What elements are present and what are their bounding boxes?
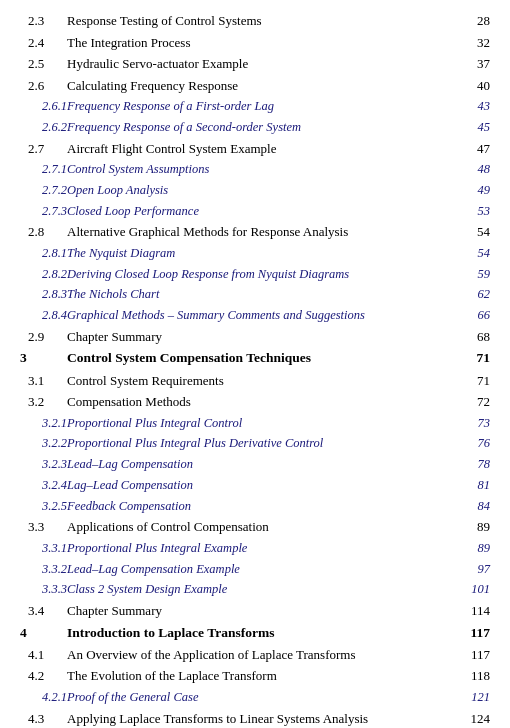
toc-row: 3.2Compensation Methods72 bbox=[20, 391, 490, 413]
toc-title: Frequency Response of a Second-order Sys… bbox=[67, 117, 454, 138]
toc-num: 2.6 bbox=[20, 75, 67, 97]
toc-page: 76 bbox=[454, 433, 490, 454]
toc-page: 124 bbox=[454, 708, 490, 729]
toc-page: 71 bbox=[454, 370, 490, 392]
toc-num: 2.8.2 bbox=[20, 264, 67, 285]
toc-page: 117 bbox=[454, 644, 490, 666]
toc-title: Deriving Closed Loop Response from Nyqui… bbox=[67, 264, 454, 285]
toc-page: 97 bbox=[454, 559, 490, 580]
toc-title: Control System Assumptions bbox=[67, 159, 454, 180]
toc-title: Applying Laplace Transforms to Linear Sy… bbox=[67, 708, 454, 729]
toc-title: Proportional Plus Integral Example bbox=[67, 538, 454, 559]
toc-title: Introduction to Laplace Transforms bbox=[67, 622, 454, 644]
toc-title: Proportional Plus Integral Plus Derivati… bbox=[67, 433, 454, 454]
toc-num: 2.7.3 bbox=[20, 201, 67, 222]
toc-title: Open Loop Analysis bbox=[67, 180, 454, 201]
toc-row: 3.2.4Lag–Lead Compensation81 bbox=[20, 475, 490, 496]
toc-num: 2.8 bbox=[20, 221, 67, 243]
toc-row: 3.3.1Proportional Plus Integral Example8… bbox=[20, 538, 490, 559]
toc-title: Lead–Lag Compensation bbox=[67, 454, 454, 475]
toc-row: 3.4Chapter Summary114 bbox=[20, 600, 490, 622]
toc-page: 37 bbox=[454, 53, 490, 75]
toc-row: 4.2.1Proof of the General Case121 bbox=[20, 687, 490, 708]
toc-page: 78 bbox=[454, 454, 490, 475]
toc-title: Lead–Lag Compensation Example bbox=[67, 559, 454, 580]
toc-page: 117 bbox=[454, 622, 490, 644]
toc-row: 2.6.2Frequency Response of a Second-orde… bbox=[20, 117, 490, 138]
toc-page: 48 bbox=[454, 159, 490, 180]
toc-title: Closed Loop Performance bbox=[67, 201, 454, 222]
toc-title: The Nichols Chart bbox=[67, 284, 454, 305]
toc-row: 2.7.1Control System Assumptions48 bbox=[20, 159, 490, 180]
toc-row: 2.6.1Frequency Response of a First-order… bbox=[20, 96, 490, 117]
toc-num: 3.3.2 bbox=[20, 559, 67, 580]
toc-row: 3.2.5Feedback Compensation84 bbox=[20, 496, 490, 517]
toc-row: 3.2.1Proportional Plus Integral Control7… bbox=[20, 413, 490, 434]
toc-num: 4 bbox=[20, 622, 67, 644]
toc-page: 118 bbox=[454, 665, 490, 687]
toc-row: 2.7.2Open Loop Analysis49 bbox=[20, 180, 490, 201]
toc-page: 62 bbox=[454, 284, 490, 305]
toc-page: 49 bbox=[454, 180, 490, 201]
toc-row: 2.8Alternative Graphical Methods for Res… bbox=[20, 221, 490, 243]
toc-row: 4.3Applying Laplace Transforms to Linear… bbox=[20, 708, 490, 729]
toc-page: 59 bbox=[454, 264, 490, 285]
toc-row: 4.1An Overview of the Application of Lap… bbox=[20, 644, 490, 666]
toc-num: 3.3 bbox=[20, 516, 67, 538]
toc-page: 121 bbox=[454, 687, 490, 708]
toc-page: 101 bbox=[454, 579, 490, 600]
toc-row: 2.8.4Graphical Methods – Summary Comment… bbox=[20, 305, 490, 326]
toc-row: 3.1Control System Requirements71 bbox=[20, 370, 490, 392]
toc-page: 81 bbox=[454, 475, 490, 496]
toc-title: Proof of the General Case bbox=[67, 687, 454, 708]
toc-row: 2.7.3Closed Loop Performance53 bbox=[20, 201, 490, 222]
toc-row: 2.8.3The Nichols Chart62 bbox=[20, 284, 490, 305]
toc-page: 54 bbox=[454, 221, 490, 243]
toc-row: 2.7Aircraft Flight Control System Exampl… bbox=[20, 138, 490, 160]
toc-num: 4.2.1 bbox=[20, 687, 67, 708]
toc-title: Calculating Frequency Response bbox=[67, 75, 454, 97]
toc-num: 3.4 bbox=[20, 600, 67, 622]
toc-num: 3.3.3 bbox=[20, 579, 67, 600]
toc-row: 4Introduction to Laplace Transforms117 bbox=[20, 622, 490, 644]
toc-num: 2.7.2 bbox=[20, 180, 67, 201]
toc-title: Control System Requirements bbox=[67, 370, 454, 392]
toc-page: 32 bbox=[454, 32, 490, 54]
toc-title: Response Testing of Control Systems bbox=[67, 10, 454, 32]
toc-num: 3.1 bbox=[20, 370, 67, 392]
toc-row: 2.8.1The Nyquist Diagram54 bbox=[20, 243, 490, 264]
toc-row: 3.3.2Lead–Lag Compensation Example97 bbox=[20, 559, 490, 580]
toc-num: 3.2.5 bbox=[20, 496, 67, 517]
toc-num: 3.2 bbox=[20, 391, 67, 413]
toc-title: Aircraft Flight Control System Example bbox=[67, 138, 454, 160]
toc-table: 2.3Response Testing of Control Systems28… bbox=[20, 10, 490, 728]
toc-num: 3.2.3 bbox=[20, 454, 67, 475]
toc-page: 66 bbox=[454, 305, 490, 326]
toc-num: 2.8.1 bbox=[20, 243, 67, 264]
toc-num: 3.2.4 bbox=[20, 475, 67, 496]
toc-num: 2.7.1 bbox=[20, 159, 67, 180]
toc-row: 2.4The Integration Process32 bbox=[20, 32, 490, 54]
toc-row: 3.3Applications of Control Compensation8… bbox=[20, 516, 490, 538]
toc-row: 3.2.3Lead–Lag Compensation78 bbox=[20, 454, 490, 475]
toc-title: The Integration Process bbox=[67, 32, 454, 54]
toc-num: 2.7 bbox=[20, 138, 67, 160]
toc-num: 4.3 bbox=[20, 708, 67, 729]
toc-title: Hydraulic Servo-actuator Example bbox=[67, 53, 454, 75]
toc-title: An Overview of the Application of Laplac… bbox=[67, 644, 454, 666]
toc-title: Feedback Compensation bbox=[67, 496, 454, 517]
toc-page: 89 bbox=[454, 538, 490, 559]
toc-title: Graphical Methods – Summary Comments and… bbox=[67, 305, 454, 326]
toc-title: Class 2 System Design Example bbox=[67, 579, 454, 600]
toc-row: 3.2.2Proportional Plus Integral Plus Der… bbox=[20, 433, 490, 454]
toc-title: The Evolution of the Laplace Transform bbox=[67, 665, 454, 687]
toc-num: 2.6.2 bbox=[20, 117, 67, 138]
toc-num: 2.6.1 bbox=[20, 96, 67, 117]
toc-title: Chapter Summary bbox=[67, 326, 454, 348]
toc-page: 73 bbox=[454, 413, 490, 434]
toc-num: 2.3 bbox=[20, 10, 67, 32]
toc-num: 3.2.2 bbox=[20, 433, 67, 454]
toc-num: 2.8.3 bbox=[20, 284, 67, 305]
toc-row: 3Control System Compensation Techniques7… bbox=[20, 347, 490, 369]
toc-title: Proportional Plus Integral Control bbox=[67, 413, 454, 434]
